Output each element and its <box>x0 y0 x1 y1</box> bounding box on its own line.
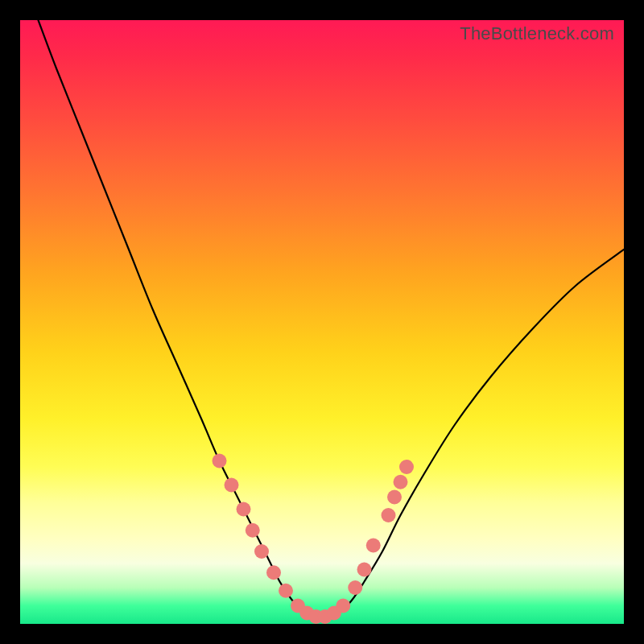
marker-point <box>348 580 362 595</box>
marker-point <box>266 565 281 580</box>
curve-layer <box>20 20 624 624</box>
marker-point <box>246 523 260 538</box>
marker-point <box>357 563 372 577</box>
marker-point <box>237 502 251 517</box>
marker-point <box>336 599 350 613</box>
highlighted-points <box>213 454 415 625</box>
bottleneck-curve <box>39 20 625 618</box>
marker-point <box>279 584 293 598</box>
watermark-text: TheBottleneck.com <box>460 23 614 44</box>
chart-frame: TheBottleneck.com <box>20 20 624 624</box>
marker-point <box>394 475 408 489</box>
marker-point <box>213 454 227 469</box>
marker-point <box>399 460 414 474</box>
marker-point <box>382 508 396 522</box>
marker-point <box>225 478 239 493</box>
marker-point <box>254 544 269 559</box>
marker-point <box>387 490 402 505</box>
marker-point <box>366 539 381 553</box>
